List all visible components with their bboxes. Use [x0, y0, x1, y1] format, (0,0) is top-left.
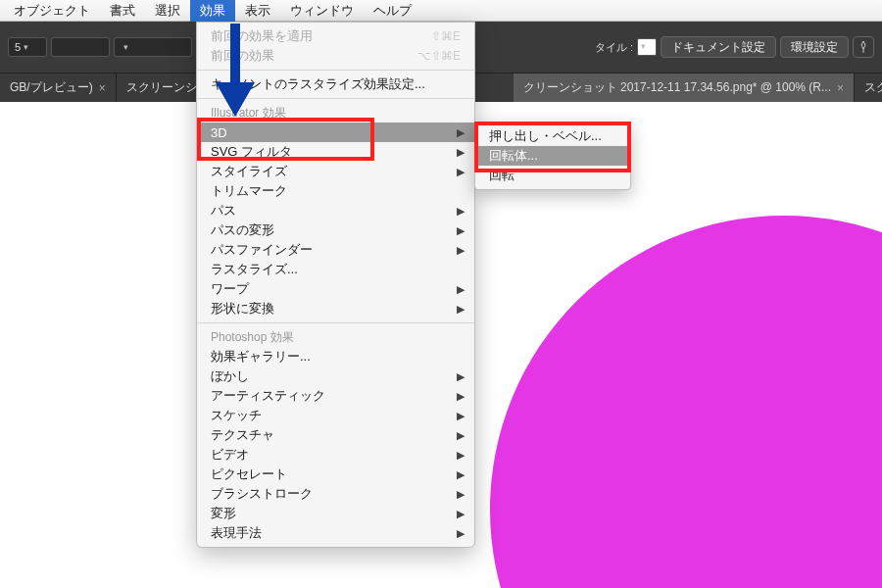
menu-label: ラスタライズ... — [211, 261, 298, 278]
menu-video[interactable]: ビデオ ▶ — [197, 445, 474, 465]
menu-brush-strokes[interactable]: ブラシストローク ▶ — [197, 484, 474, 504]
submenu-revolve[interactable]: 回転体... — [475, 146, 630, 166]
menu-stylize[interactable]: スタイライズ ▶ — [197, 162, 474, 181]
chevron-right-icon: ▶ — [457, 370, 465, 383]
chevron-right-icon: ▶ — [457, 126, 465, 139]
menu-label: 回転 — [489, 167, 514, 184]
submenu-extrude-bevel[interactable]: 押し出し・ベベル... — [475, 126, 630, 146]
menu-trim-marks[interactable]: トリムマーク — [197, 181, 474, 201]
shortcut: ⌥⇧⌘E — [417, 49, 461, 63]
tab-label: スクリーンショッ — [864, 79, 882, 96]
menubar-type[interactable]: 書式 — [100, 0, 145, 22]
chevron-right-icon: ▶ — [457, 449, 465, 462]
chevron-right-icon: ▶ — [457, 283, 465, 296]
submenu-rotate[interactable]: 回転 — [475, 166, 630, 185]
menu-convert-to-shape[interactable]: 形状に変換 ▶ — [197, 299, 474, 318]
menu-blur[interactable]: ぼかし ▶ — [197, 367, 474, 386]
submenu-3d: 押し出し・ベベル... 回転体... 回転 — [474, 122, 631, 190]
menu-rasterize[interactable]: ラスタライズ... — [197, 260, 474, 279]
chevron-right-icon: ▶ — [457, 468, 465, 481]
menu-distort-transform[interactable]: パスの変形 ▶ — [197, 220, 474, 240]
menu-label: 表現手法 — [211, 524, 262, 542]
chevron-right-icon: ▶ — [457, 224, 465, 237]
menubar-object[interactable]: オブジェクト — [4, 0, 100, 22]
chevron-right-icon: ▶ — [457, 303, 465, 316]
menu-label: ぼかし — [211, 368, 249, 385]
chevron-right-icon: ▶ — [457, 205, 465, 218]
close-icon[interactable]: × — [99, 81, 106, 95]
chevron-right-icon: ▶ — [457, 244, 465, 257]
menu-label: テクスチャ — [211, 426, 274, 444]
style-label: タイル : — [595, 40, 633, 55]
chevron-right-icon: ▶ — [457, 166, 465, 178]
shortcut: ⇧⌘E — [431, 29, 461, 43]
tab-label: GB/プレビュー) — [10, 79, 93, 96]
menu-pixelate[interactable]: ピクセレート ▶ — [197, 465, 474, 484]
menu-effect-gallery[interactable]: 効果ギャラリー... — [197, 347, 474, 367]
menu-artistic[interactable]: アーティスティック ▶ — [197, 386, 474, 406]
close-icon[interactable]: × — [837, 81, 844, 95]
menubar-effect[interactable]: 効果 — [190, 0, 235, 22]
menu-label: パスの変形 — [211, 221, 274, 239]
menu-label: 効果ギャラリー... — [211, 348, 311, 366]
menu-label: ビデオ — [211, 446, 249, 464]
chevron-right-icon: ▶ — [457, 429, 465, 442]
menu-label: ピクセレート — [211, 466, 287, 483]
menu-label: 形状に変換 — [211, 300, 274, 318]
chevron-right-icon: ▶ — [457, 527, 465, 540]
annotation-arrow-icon — [206, 24, 265, 125]
menu-label: SVG フィルタ — [211, 143, 292, 161]
menu-svg-filters[interactable]: SVG フィルタ ▶ — [197, 142, 474, 162]
document-setup-button[interactable]: ドキュメント設定 — [661, 36, 776, 58]
chevron-right-icon: ▶ — [457, 410, 465, 422]
menu-label: パスファインダー — [211, 241, 313, 259]
menu-label: アーティスティック — [211, 387, 325, 405]
pin-icon[interactable] — [853, 36, 874, 58]
pink-circle-shape[interactable] — [490, 216, 882, 588]
separator — [197, 322, 474, 323]
style-swatch[interactable] — [637, 38, 657, 56]
menu-pathfinder[interactable]: パスファインダー ▶ — [197, 240, 474, 260]
menu-label: ワープ — [211, 280, 249, 298]
chevron-right-icon: ▶ — [457, 488, 465, 501]
menu-label: 3D — [211, 125, 227, 140]
chevron-right-icon: ▶ — [457, 508, 465, 520]
toolbar-dropdown-left[interactable]: 5 — [8, 37, 47, 57]
toolbar-field-1[interactable] — [51, 37, 110, 57]
menu-label: 押し出し・ベベル... — [489, 127, 602, 145]
chevron-right-icon: ▶ — [457, 146, 465, 159]
menu-label: ブラシストローク — [211, 485, 313, 503]
document-tab-active[interactable]: クリーンショット 2017-12-11 17.34.56.png* @ 100%… — [514, 74, 855, 103]
menu-path[interactable]: パス ▶ — [197, 201, 474, 220]
document-tab[interactable]: GB/プレビュー) × — [0, 74, 117, 103]
tab-label: クリーンショット 2017-12-11 17.34.56.png* @ 100%… — [523, 79, 831, 96]
chevron-right-icon: ▶ — [457, 390, 465, 403]
menu-label: スタイライズ — [211, 163, 287, 180]
system-menubar: オブジェクト 書式 選択 効果 表示 ウィンドウ ヘルプ — [0, 0, 882, 22]
menu-warp[interactable]: ワープ ▶ — [197, 279, 474, 299]
menu-texture[interactable]: テクスチャ ▶ — [197, 425, 474, 445]
document-tab[interactable]: スクリーンショッ — [855, 74, 882, 103]
menu-label: 変形 — [211, 505, 236, 522]
menubar-select[interactable]: 選択 — [145, 0, 190, 22]
menubar-help[interactable]: ヘルプ — [364, 0, 421, 22]
menu-label: パス — [211, 202, 236, 220]
menu-label: 回転体... — [489, 147, 538, 165]
toolbar-field-2[interactable] — [114, 37, 192, 57]
menu-sketch[interactable]: スケッチ ▶ — [197, 406, 474, 425]
menu-label: スケッチ — [211, 407, 262, 424]
menu-stylize-ps[interactable]: 表現手法 ▶ — [197, 523, 474, 543]
menu-distort[interactable]: 変形 ▶ — [197, 504, 474, 523]
section-photoshop-effects: Photoshop 効果 — [197, 327, 474, 347]
menubar-view[interactable]: 表示 — [235, 0, 280, 22]
preferences-button[interactable]: 環境設定 — [780, 36, 849, 58]
menu-label: トリムマーク — [211, 182, 287, 200]
menubar-window[interactable]: ウィンドウ — [280, 0, 364, 22]
menu-3d[interactable]: 3D ▶ — [197, 122, 474, 142]
